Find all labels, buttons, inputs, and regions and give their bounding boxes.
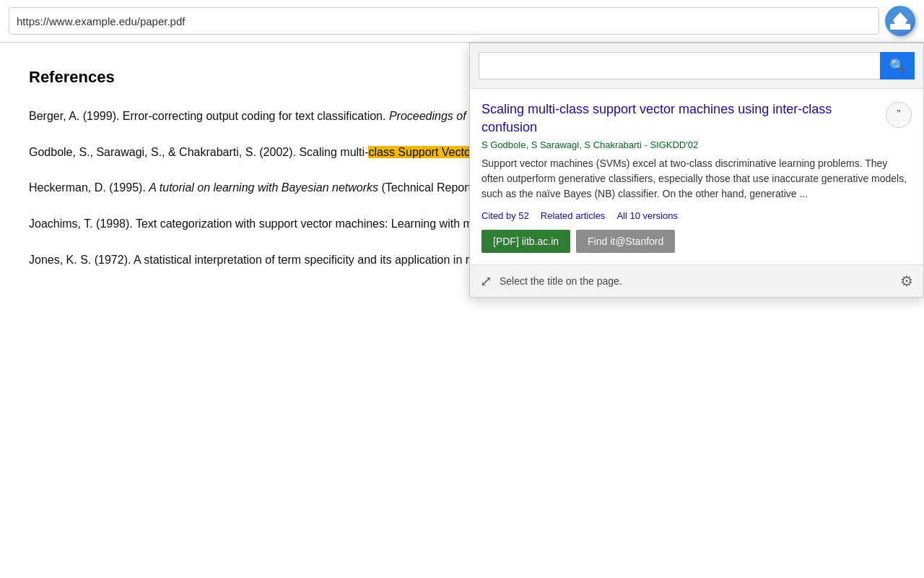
related-articles-link[interactable]: Related articles xyxy=(541,210,606,221)
scholar-popup: 🔍 Scaling multi-class support vector mac… xyxy=(469,43,924,298)
result-title-link[interactable]: Scaling multi-class support vector machi… xyxy=(481,100,880,137)
result-authors: S Godbole, S Sarawagi, S Chakrabarti - S… xyxy=(481,139,912,150)
popup-search-input[interactable] xyxy=(479,52,880,79)
popup-search-button[interactable]: 🔍 xyxy=(880,52,915,79)
result-abstract: Support vector machines (SVMs) excel at … xyxy=(481,156,912,202)
scholar-button[interactable] xyxy=(885,6,915,36)
all-versions-link[interactable]: All 10 versions xyxy=(616,210,678,221)
scholar-hat-icon xyxy=(890,12,910,30)
stanford-button[interactable]: Find it@Stanford xyxy=(576,230,675,253)
footer-text: Select the title on the page. xyxy=(500,275,893,287)
result-links: Cited by 52 Related articles All 10 vers… xyxy=(481,210,912,221)
popup-search-row: 🔍 xyxy=(470,43,923,89)
pdf-button[interactable]: [PDF] iitb.ac.in xyxy=(481,230,570,253)
gear-icon[interactable]: ⚙ xyxy=(900,272,913,290)
result-card: Scaling multi-class support vector machi… xyxy=(470,89,923,253)
address-bar: https://www.example.edu/paper.pdf xyxy=(0,0,924,43)
expand-icon[interactable]: ⤢ xyxy=(480,272,492,290)
ref-text: Berger, A. (1999). Error-correcting outp… xyxy=(29,110,519,122)
popup-footer: ⤢ Select the title on the page. ⚙ xyxy=(470,264,923,297)
ref-italic: A tutorial on learning with Bayesian net… xyxy=(149,181,378,194)
url-input[interactable]: https://www.example.edu/paper.pdf xyxy=(9,7,879,35)
cite-button[interactable]: ” xyxy=(886,102,912,128)
search-icon: 🔍 xyxy=(889,58,905,74)
result-title-row: Scaling multi-class support vector machi… xyxy=(481,100,912,137)
cited-by-link[interactable]: Cited by 52 xyxy=(481,210,529,221)
result-actions: [PDF] iitb.ac.in Find it@Stanford xyxy=(481,230,912,253)
main-content: References Berger, A. (1999). Error-corr… xyxy=(0,43,924,578)
